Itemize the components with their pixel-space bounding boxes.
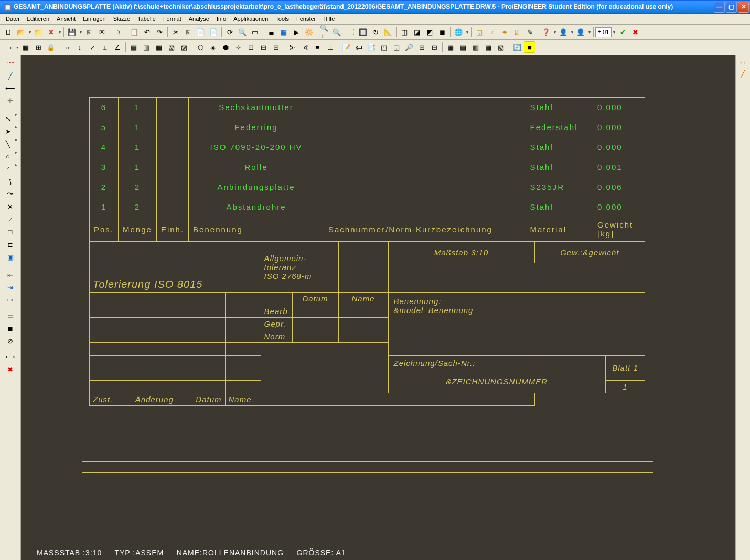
note5-button[interactable]: ◱ bbox=[391, 41, 402, 53]
dim2-button[interactable]: ↕ bbox=[74, 41, 85, 53]
update-button[interactable]: 🔄 bbox=[511, 41, 523, 53]
fillet-icon[interactable]: ⟆ bbox=[5, 176, 16, 187]
hidden-button[interactable]: ◪ bbox=[411, 26, 423, 38]
datum-point-icon[interactable]: ✛ bbox=[5, 95, 16, 106]
zoom-sel-button[interactable]: 🔲 bbox=[357, 26, 369, 38]
grid4-button[interactable]: ⊟ bbox=[428, 41, 440, 53]
note1-button[interactable]: 📝 bbox=[340, 41, 352, 53]
help-button[interactable]: ❓ bbox=[540, 26, 552, 38]
sketch-icon[interactable]: 〰 bbox=[5, 57, 16, 69]
nohidden-button[interactable]: ◩ bbox=[424, 26, 435, 38]
grid1-button[interactable]: ▦ bbox=[20, 41, 31, 53]
annot-button[interactable]: ✎ bbox=[524, 26, 535, 38]
wireframe-button[interactable]: ◫ bbox=[399, 26, 410, 38]
open-button[interactable]: 📂 bbox=[15, 26, 27, 38]
menu-ansicht[interactable]: Ansicht bbox=[53, 15, 79, 23]
menu-tools[interactable]: Tools bbox=[272, 15, 293, 23]
drawing-canvas[interactable]: 61SechskantmutterStahl0.000 51FederringF… bbox=[21, 55, 735, 560]
filter2-button[interactable]: 👤 bbox=[575, 26, 586, 38]
sym4-button[interactable]: ✧ bbox=[232, 41, 244, 53]
erase-button[interactable]: ✖ bbox=[45, 26, 57, 38]
menu-info[interactable]: Info bbox=[213, 15, 230, 23]
cut-button[interactable]: ✂ bbox=[170, 26, 181, 38]
table2-button[interactable]: ▥ bbox=[141, 41, 152, 53]
table4-button[interactable]: ▧ bbox=[166, 41, 177, 53]
refit-button[interactable]: ⛶ bbox=[345, 26, 356, 38]
select-icon[interactable]: ⤡ bbox=[2, 113, 14, 124]
menu-applikationen[interactable]: Applikationen bbox=[230, 15, 272, 23]
note3-button[interactable]: 📑 bbox=[366, 41, 377, 53]
point2-icon[interactable]: ✕ bbox=[5, 201, 16, 212]
line2-icon[interactable]: ╲ bbox=[2, 138, 14, 149]
tol-dropdown[interactable]: ▾ bbox=[612, 30, 616, 35]
reorient-button[interactable]: ↻ bbox=[370, 26, 381, 38]
offset-icon[interactable]: ⊏ bbox=[5, 239, 16, 250]
chain-icon[interactable]: ⟋ bbox=[5, 213, 16, 225]
sym5-button[interactable]: ⊡ bbox=[245, 41, 256, 53]
saved-view-button[interactable]: 📐 bbox=[382, 26, 394, 38]
plane-icon[interactable]: ▱ bbox=[737, 57, 748, 68]
copy2-button[interactable]: ⎘ bbox=[183, 26, 194, 38]
grid3-button[interactable]: ⊞ bbox=[416, 41, 427, 53]
select-rect-button[interactable]: ▭ bbox=[249, 26, 261, 38]
layers-button[interactable]: ≣ bbox=[265, 26, 277, 38]
email-button[interactable]: ✉ bbox=[96, 26, 108, 38]
view-icon[interactable]: ▣ bbox=[5, 251, 16, 263]
highlight-button[interactable]: ■ bbox=[524, 41, 535, 53]
move-left-icon[interactable]: ⇤ bbox=[5, 269, 16, 281]
open-dropdown[interactable]: ▾ bbox=[27, 30, 32, 35]
datum-csys-button[interactable]: ⟀ bbox=[511, 26, 523, 38]
search2-button[interactable]: 🔎 bbox=[403, 41, 415, 53]
cursor-icon[interactable]: ➤ bbox=[2, 125, 14, 137]
circle-icon[interactable]: ○ bbox=[2, 150, 14, 162]
align4-button[interactable]: ⊥ bbox=[324, 41, 336, 53]
zoom-out-button[interactable]: 🔍- bbox=[332, 26, 344, 38]
axis2-icon[interactable]: ╱ bbox=[737, 69, 748, 79]
sym2-button[interactable]: ◈ bbox=[207, 41, 219, 53]
reject-button[interactable]: ✖ bbox=[629, 26, 641, 38]
menu-skizze[interactable]: Skizze bbox=[110, 15, 134, 23]
move-right-icon[interactable]: ⇥ bbox=[5, 282, 16, 293]
table3-button[interactable]: ▦ bbox=[153, 41, 165, 53]
tbl5-button[interactable]: ▧ bbox=[495, 41, 507, 53]
insert-icon[interactable]: ▭ bbox=[5, 310, 16, 321]
note4-button[interactable]: ◰ bbox=[378, 41, 390, 53]
shaded-button[interactable]: ◼ bbox=[436, 26, 448, 38]
dim5-button[interactable]: ∠ bbox=[112, 41, 123, 53]
sym1-button[interactable]: ⬡ bbox=[195, 41, 206, 53]
dim1-button[interactable]: ↔ bbox=[61, 41, 73, 53]
tbl2-button[interactable]: ▤ bbox=[457, 41, 469, 53]
layers2-icon[interactable]: ≣ bbox=[5, 322, 16, 334]
web-dropdown[interactable]: ▾ bbox=[465, 30, 469, 35]
play-button[interactable]: ▶ bbox=[291, 26, 302, 38]
save-dropdown[interactable]: ▾ bbox=[78, 30, 83, 35]
tbl3-button[interactable]: ▥ bbox=[470, 41, 481, 53]
table1-button[interactable]: ▤ bbox=[128, 41, 140, 53]
find-button[interactable]: 🔍 bbox=[237, 26, 248, 38]
datum-plane-button[interactable]: ◱ bbox=[474, 26, 485, 38]
save-button[interactable]: 💾 bbox=[66, 26, 78, 38]
paste-button[interactable]: 📄 bbox=[195, 26, 207, 38]
f2-dropdown[interactable]: ▾ bbox=[587, 30, 592, 35]
save-copy-button[interactable]: ⎘ bbox=[83, 26, 95, 38]
menu-format[interactable]: Format bbox=[159, 15, 185, 23]
sheet-button[interactable]: ▭ bbox=[3, 41, 14, 53]
grid2-button[interactable]: ⊞ bbox=[33, 41, 44, 53]
table5-button[interactable]: ▨ bbox=[178, 41, 190, 53]
datum-axis-button[interactable]: ⟋ bbox=[486, 26, 498, 38]
close-button[interactable]: ✕ bbox=[738, 2, 749, 13]
sym7-button[interactable]: ⊞ bbox=[270, 41, 282, 53]
redo-button[interactable]: ↷ bbox=[154, 26, 165, 38]
tbl4-button[interactable]: ▦ bbox=[483, 41, 494, 53]
lock-view-button[interactable]: 🔒 bbox=[45, 41, 57, 53]
erase-dropdown[interactable]: ▾ bbox=[57, 30, 62, 35]
menu-fenster[interactable]: Fenster bbox=[293, 15, 319, 23]
web-button[interactable]: 🌐 bbox=[453, 26, 464, 38]
f1-dropdown[interactable]: ▾ bbox=[570, 30, 574, 35]
section-icon[interactable]: ⊘ bbox=[5, 335, 16, 347]
filter1-button[interactable]: 👤 bbox=[558, 26, 569, 38]
model-tree-button[interactable]: 🔆 bbox=[303, 26, 315, 38]
dim-h-icon[interactable]: ⟷ bbox=[5, 351, 16, 362]
tolerance-input[interactable]: ±.01 bbox=[595, 27, 612, 37]
menu-tabelle[interactable]: Tabelle bbox=[134, 15, 159, 23]
